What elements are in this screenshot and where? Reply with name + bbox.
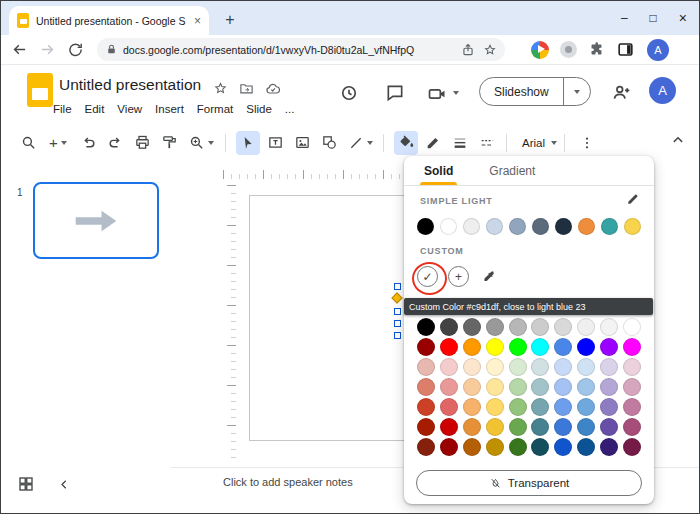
color-swatch[interactable] [440,418,458,436]
version-history-icon[interactable] [339,83,359,103]
theme-color-swatch[interactable] [486,218,503,235]
color-swatch[interactable] [417,358,435,376]
star-document-icon[interactable] [213,81,228,96]
color-swatch[interactable] [531,358,549,376]
color-swatch[interactable] [417,318,435,336]
color-swatch[interactable] [600,338,618,356]
color-swatch[interactable] [486,358,504,376]
color-swatch[interactable] [554,398,572,416]
minimize-button[interactable]: – [621,11,628,25]
color-swatch[interactable] [577,378,595,396]
color-swatch[interactable] [623,438,641,456]
color-swatch[interactable] [509,318,527,336]
color-swatch[interactable] [531,378,549,396]
color-swatch[interactable] [600,418,618,436]
color-swatch[interactable] [463,318,481,336]
search-menus-icon[interactable] [16,131,40,155]
selection-handle[interactable] [394,332,401,339]
menu-slide[interactable]: Slide [246,103,272,115]
share-person-add-icon[interactable] [611,82,632,103]
select-tool-icon[interactable] [236,131,260,155]
theme-color-swatch[interactable] [601,218,618,235]
fill-color-icon[interactable] [394,131,418,155]
insert-line-button[interactable] [344,131,376,155]
cloud-status-icon[interactable] [265,81,281,97]
theme-color-swatch[interactable] [555,218,572,235]
meet-videocam-icon[interactable] [427,84,447,104]
forward-icon[interactable] [39,41,57,59]
transparent-button[interactable]: Transparent [416,470,642,496]
theme-color-swatch[interactable] [417,218,434,235]
theme-color-swatch[interactable] [532,218,549,235]
color-swatch[interactable] [600,398,618,416]
color-swatch[interactable] [531,418,549,436]
color-swatch[interactable] [554,318,572,336]
color-swatch[interactable] [577,338,595,356]
zoom-button[interactable] [184,131,218,155]
color-swatch[interactable] [554,418,572,436]
more-options-kebab-icon[interactable] [575,131,599,155]
color-swatch[interactable] [554,338,572,356]
color-swatch[interactable] [486,318,504,336]
slideshow-dropdown-button[interactable] [564,78,590,105]
color-swatch[interactable] [463,418,481,436]
tab-solid[interactable]: Solid [420,156,457,185]
color-swatch[interactable] [463,438,481,456]
color-swatch[interactable] [577,358,595,376]
add-custom-color-button[interactable]: + [448,266,469,287]
color-swatch[interactable] [600,378,618,396]
border-weight-icon[interactable] [448,131,472,155]
border-color-icon[interactable] [421,131,445,155]
print-icon[interactable] [130,131,154,155]
color-swatch[interactable] [463,378,481,396]
theme-color-swatch[interactable] [624,218,641,235]
menu-view[interactable]: View [117,103,142,115]
browser-tab[interactable]: Untitled presentation - Google S × [9,6,209,35]
extension-play-icon[interactable] [531,41,549,59]
text-box-icon[interactable] [263,131,287,155]
color-swatch[interactable] [509,338,527,356]
slideshow-button[interactable]: Slideshow [480,78,564,105]
color-swatch[interactable] [486,378,504,396]
theme-color-swatch[interactable] [509,218,526,235]
grid-view-icon[interactable] [17,475,35,493]
border-dash-icon[interactable] [475,131,499,155]
color-swatch[interactable] [554,438,572,456]
color-swatch[interactable] [509,418,527,436]
menu-file[interactable]: File [53,103,72,115]
insert-image-icon[interactable] [290,131,314,155]
color-swatch[interactable] [509,398,527,416]
color-swatch[interactable] [463,338,481,356]
reload-icon[interactable] [67,41,85,59]
color-swatch[interactable] [554,378,572,396]
new-tab-button[interactable]: + [219,9,241,31]
redo-icon[interactable] [103,131,127,155]
selection-handle[interactable] [394,283,401,290]
edit-theme-colors-pencil-icon[interactable] [626,192,640,206]
color-swatch[interactable] [440,398,458,416]
color-swatch[interactable] [417,338,435,356]
color-swatch[interactable] [577,398,595,416]
color-swatch[interactable] [440,358,458,376]
color-swatch[interactable] [509,438,527,456]
color-swatch[interactable] [531,438,549,456]
color-swatch[interactable] [509,378,527,396]
close-window-button[interactable]: × [679,10,687,26]
collapse-toolbar-icon[interactable] [669,131,687,149]
color-swatch[interactable] [463,358,481,376]
back-icon[interactable] [11,41,29,59]
color-swatch[interactable] [509,358,527,376]
color-swatch[interactable] [600,438,618,456]
paint-format-icon[interactable] [157,131,181,155]
side-panel-icon[interactable] [616,40,635,59]
color-swatch[interactable] [623,338,641,356]
comments-icon[interactable] [385,83,405,103]
extension-icon[interactable] [560,41,577,58]
menu-edit[interactable]: Edit [85,103,105,115]
meet-dropdown-caret-icon[interactable] [453,91,459,95]
color-swatch[interactable] [577,438,595,456]
slide-thumbnail[interactable] [33,182,159,259]
color-swatch[interactable] [440,318,458,336]
menu-insert[interactable]: Insert [155,103,184,115]
speaker-notes-placeholder[interactable]: Click to add speaker notes [223,476,353,488]
